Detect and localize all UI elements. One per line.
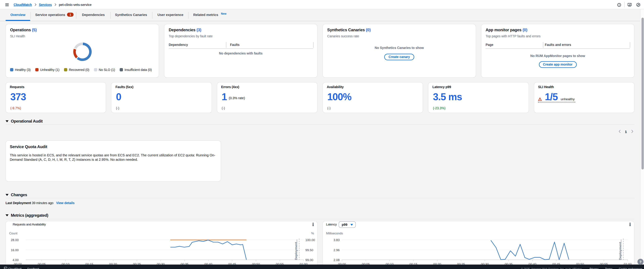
svg-text:Deployment...: Deployment... [618, 239, 622, 260]
svg-text:Deployment...: Deployment... [294, 239, 298, 260]
